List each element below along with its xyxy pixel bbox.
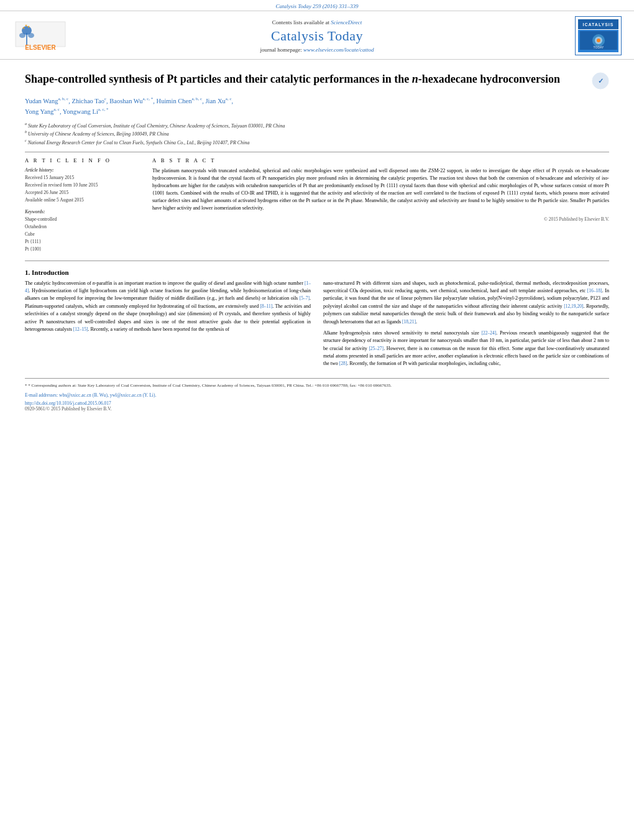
- section1-para2: nano-structured Pt with different sizes …: [323, 280, 609, 326]
- article-info-col: A R T I C L E I N F O Article history: R…: [25, 157, 140, 253]
- article-info-title: A R T I C L E I N F O: [25, 157, 140, 164]
- svg-point-12: [597, 39, 600, 42]
- svg-text:ELSEVIER: ELSEVIER: [25, 44, 56, 51]
- divider-2: [25, 261, 609, 261]
- copyright-text: © 2015 Published by Elsevier B.V.: [152, 216, 609, 223]
- svg-point-6: [28, 26, 30, 28]
- keywords-label: Keywords:: [25, 209, 140, 215]
- footnote-area: * * Corresponding authors at: State Key …: [25, 378, 609, 412]
- sciencedirect-link[interactable]: ScienceDirect: [331, 19, 362, 25]
- divider-1: [25, 152, 609, 152]
- crossmark-logo: ✓: [592, 72, 609, 90]
- section1-body: The catalytic hydroconversion of n-paraf…: [25, 280, 609, 372]
- homepage-line: journal homepage: www.elsevier.com/locat…: [68, 47, 566, 53]
- sciencedirect-line: Contents lists available at ScienceDirec…: [68, 19, 566, 25]
- journal-title: Catalysis Today: [68, 28, 566, 44]
- affiliations: a State Key Laboratory of Coal Conversio…: [25, 121, 609, 147]
- svg-point-4: [28, 33, 34, 38]
- abstract-title: A B S T R A C T: [152, 157, 609, 164]
- elsevier-logo: ELSEVIER: [12, 19, 68, 53]
- abstract-col: A B S T R A C T The platinum nanocrystal…: [152, 157, 609, 253]
- svg-text:TODAY: TODAY: [593, 45, 604, 49]
- svg-text:✓: ✓: [598, 77, 604, 85]
- homepage-url[interactable]: www.elsevier.com/locate/cattod: [303, 47, 374, 53]
- article-history-items: Received 15 January 2015 Received in rev…: [25, 174, 140, 204]
- info-abstract-section: A R T I C L E I N F O Article history: R…: [25, 157, 609, 253]
- section1-right: nano-structured Pt with different sizes …: [323, 280, 609, 372]
- article-title-section: Shape-controlled synthesis of Pt particl…: [25, 72, 609, 90]
- issn-line: 0920-5861/© 2015 Published by Elsevier B…: [25, 406, 609, 412]
- top-banner: Catalysis Today 259 (2016) 331–339: [0, 0, 634, 11]
- header-center: Contents lists available at ScienceDirec…: [68, 19, 566, 53]
- svg-point-7: [25, 25, 27, 27]
- keywords-list: Shape-controlled Octahedron Cube Pt {111…: [25, 216, 140, 253]
- journal-header: ELSEVIER Contents lists available at Sci…: [0, 11, 634, 60]
- article-history-label: Article history:: [25, 167, 140, 173]
- email-links: E-mail addresses: wbs@sxicc.ac.cn (B. Wu…: [25, 392, 609, 398]
- abstract-text: The platinum nanocrystals with truncated…: [152, 167, 609, 223]
- section1-para1: The catalytic hydroconversion of n-paraf…: [25, 280, 311, 334]
- section1-left: The catalytic hydroconversion of n-paraf…: [25, 280, 311, 372]
- doi-line: http://dx.doi.org/10.1016/j.cattod.2015.…: [25, 400, 609, 406]
- article-content: Shape-controlled synthesis of Pt particl…: [0, 60, 634, 424]
- catalysis-logo: ICATALYSIS TODAY: [575, 16, 622, 55]
- authors-line: Yudan Wanga, b, c, Zhichao Taoc, Baoshan…: [25, 96, 609, 118]
- journal-ref: Catalysis Today 259 (2016) 331–339: [275, 3, 358, 9]
- svg-point-5: [23, 27, 25, 29]
- article-title: Shape-controlled synthesis of Pt particl…: [25, 72, 592, 86]
- footnote-text: * * Corresponding authors at: State Key …: [25, 382, 609, 389]
- section1-para3: Alkane hydrogenolysis rates showed sensi…: [323, 330, 609, 368]
- svg-point-3: [19, 33, 25, 38]
- section1-heading: 1. Introduction: [25, 269, 609, 276]
